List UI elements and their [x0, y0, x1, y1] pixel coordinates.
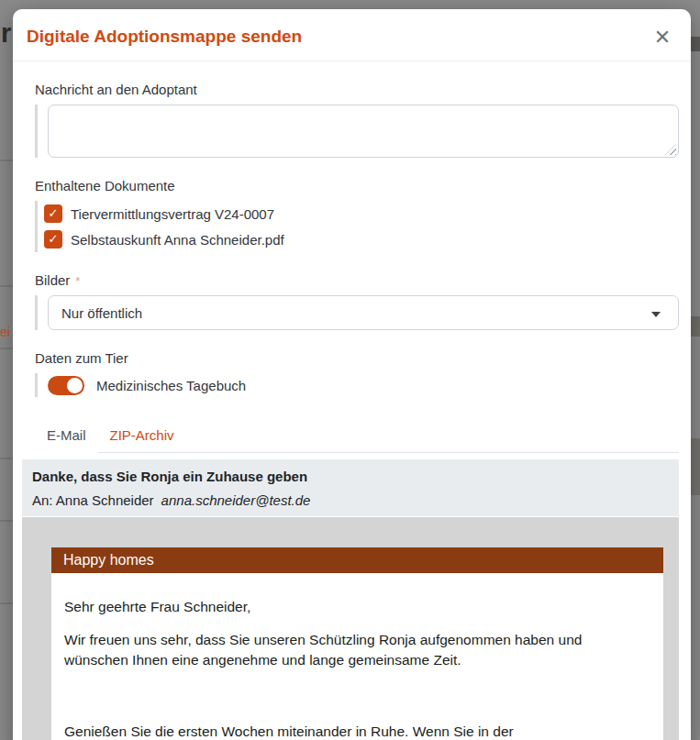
send-adoption-folder-dialog: Digitale Adoptionsmappe senden ✕ Nachric… [13, 9, 691, 740]
images-label-text: Bilder [35, 272, 70, 288]
animal-data-label: Daten zum Tier [35, 350, 679, 366]
email-recipient-name: An: Anna Schneider [32, 492, 154, 508]
dialog-body: Nachricht an den Adoptant Enthaltene Dok… [13, 82, 691, 740]
document-checkbox-label: Selbstauskunft Anna Schneider.pdf [71, 232, 284, 248]
delivery-tabs: E-Mail ZIP-Archiv [35, 419, 679, 453]
chevron-down-icon [651, 312, 661, 317]
dialog-header: Digitale Adoptionsmappe senden ✕ [13, 9, 691, 61]
images-field-group: Nur öffentlich [35, 295, 679, 330]
documents-checkbox-group: ✓ Tiervermittlungsvertrag V24-0007 ✓ Sel… [35, 201, 679, 252]
background-row-divider [0, 285, 13, 287]
toggle-on-switch[interactable] [48, 376, 84, 395]
select-selected-value: Nur öffentlich [61, 305, 142, 321]
background-row-divider [0, 458, 13, 459]
email-body-text: Sehr geehrte Frau Schneider, Wir freuen … [51, 573, 663, 740]
dialog-title: Digitale Adoptionsmappe senden [27, 27, 672, 47]
background-fragment [691, 316, 700, 337]
close-icon[interactable]: ✕ [649, 24, 676, 51]
background-link-fragment: ei [0, 325, 10, 339]
background-row-divider [0, 602, 13, 604]
background-row-divider [0, 520, 13, 522]
email-paragraph: Genießen Sie die ersten Wochen miteinand… [64, 722, 622, 740]
images-visibility-select[interactable]: Nur öffentlich [48, 295, 679, 330]
email-preview-body: Happy homes Sehr geehrte Frau Schneider,… [22, 517, 679, 740]
tab-zip-archive[interactable]: ZIP-Archiv [98, 419, 186, 453]
background-fragment [691, 438, 700, 495]
message-input[interactable] [48, 105, 679, 158]
animal-data-field-group: Medizinisches Tagebuch [35, 373, 679, 397]
medical-diary-toggle-label: Medizinisches Tagebuch [96, 378, 246, 393]
document-checkbox-label: Tiervermittlungsvertrag V24-0007 [71, 206, 274, 222]
tab-email[interactable]: E-Mail [35, 419, 98, 453]
message-label: Nachricht an den Adoptant [35, 82, 679, 97]
email-salutation: Sehr geehrte Frau Schneider, [64, 597, 622, 617]
email-card: Happy homes Sehr geehrte Frau Schneider,… [51, 547, 663, 740]
email-recipient-address: anna.schneider@test.de [161, 492, 311, 508]
background-fragment [691, 37, 700, 51]
document-checkbox-row[interactable]: ✓ Selbstauskunft Anna Schneider.pdf [44, 226, 679, 252]
toggle-knob [67, 378, 83, 393]
images-label: Bilder* [35, 272, 679, 288]
email-subject: Danke, dass Sie Ronja ein Zuhause geben [32, 469, 668, 484]
checkbox-checked-icon[interactable]: ✓ [44, 204, 62, 223]
background-row-divider [0, 160, 13, 161]
documents-label: Enthaltene Dokumente [35, 178, 679, 193]
background-heading-fragment: r [1, 18, 11, 49]
required-marker: * [75, 274, 80, 288]
message-field-group [35, 105, 679, 158]
document-checkbox-row[interactable]: ✓ Tiervermittlungsvertrag V24-0007 [44, 201, 679, 226]
email-brand-banner: Happy homes [51, 547, 663, 573]
email-preview-header: Danke, dass Sie Ronja ein Zuhause geben … [22, 459, 679, 516]
email-paragraph: Wir freuen uns sehr, dass Sie unseren Sc… [64, 630, 622, 670]
background-row-divider [0, 348, 13, 349]
checkbox-checked-icon[interactable]: ✓ [44, 230, 62, 249]
medical-diary-toggle-row[interactable]: Medizinisches Tagebuch [48, 373, 679, 397]
background-page-right-edge [691, 0, 700, 740]
email-recipient-row: An: Anna Schneideranna.schneider@test.de [32, 492, 668, 508]
background-page-left-edge: r ei [0, 0, 13, 740]
